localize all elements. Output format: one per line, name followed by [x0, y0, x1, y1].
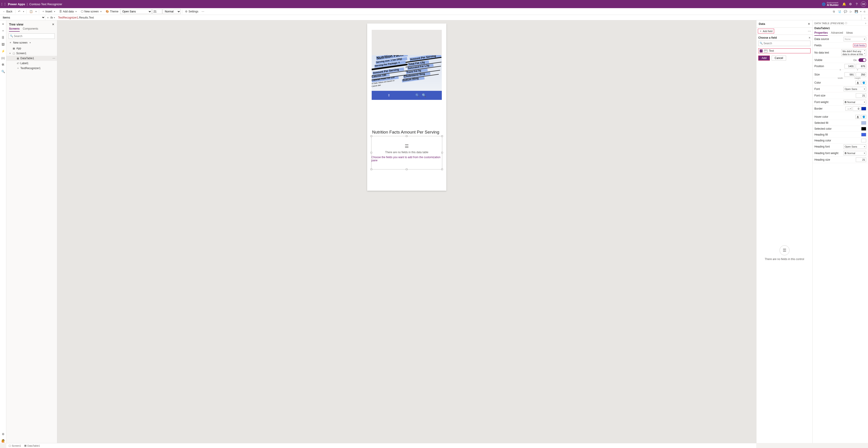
checkbox-checked-icon[interactable]: ✓	[760, 49, 763, 53]
fx-chevron[interactable]: ▾	[54, 16, 57, 19]
tree-tab-components[interactable]: Components	[23, 27, 38, 32]
data-panel-more[interactable]: ⋯	[808, 29, 811, 33]
share-button[interactable]: ⧉	[832, 9, 836, 14]
rail-variables-icon[interactable]: (x)	[1, 56, 5, 60]
add-data-button[interactable]: 🗄Add data▾	[58, 9, 79, 14]
size-w-input[interactable]	[844, 72, 855, 77]
position-x-input[interactable]	[844, 64, 855, 68]
canvas-area[interactable]: Nutrition Facts Amount Per Serving Servi…	[57, 20, 756, 443]
no-data-text-input[interactable]: We didn't find any data to show at this▴…	[841, 49, 866, 56]
new-screen-button[interactable]: ＋New screen▾	[6, 40, 57, 45]
tree-node-textrecognizer1[interactable]: ✧TextRecognizer1	[6, 66, 57, 71]
font-select[interactable]: Open Sans	[843, 87, 866, 91]
props-tab-ideas[interactable]: Ideas	[846, 31, 853, 36]
edit-fields-button[interactable]: Edit fields	[853, 44, 866, 47]
props-tab-advanced[interactable]: Advanced	[831, 31, 843, 36]
settings-icon[interactable]: ⚙	[847, 1, 854, 7]
text-recognizer-image-region[interactable]: Nutrition Facts Amount Per Serving Servi…	[372, 30, 442, 100]
help-icon[interactable]: ?	[854, 1, 860, 7]
tree-node-label1[interactable]: 🏷Label1	[6, 61, 57, 66]
heading-fill-swatch[interactable]	[861, 133, 866, 136]
app-checker-button[interactable]: 🩺	[836, 9, 842, 14]
data-panel-close[interactable]: ✕	[808, 22, 810, 26]
rail-tree-icon[interactable]: ≡	[1, 22, 5, 26]
settings-button[interactable]: ⚙Settings	[184, 9, 199, 14]
environment-picker[interactable]: 🌐 Environment AI Builder	[822, 2, 839, 6]
paste-button[interactable]: 📋	[28, 9, 34, 14]
heading-color-swatch[interactable]	[861, 139, 866, 142]
account-avatar[interactable]: DB	[861, 1, 866, 7]
field-option-text[interactable]: ✓ Text	[758, 48, 810, 53]
datatable-control[interactable]: ☰ There are no fields in this data table…	[371, 136, 442, 169]
font-size-input[interactable]	[152, 9, 162, 14]
size-h-input[interactable]	[856, 72, 866, 77]
spinner-up[interactable]: ▴	[863, 49, 866, 53]
hover-color-fill-button[interactable]: 🪣	[861, 115, 866, 119]
formula-expand-button[interactable]: ⌄	[861, 15, 868, 20]
preview-button[interactable]: ▷	[848, 9, 853, 14]
status-datatable[interactable]: ▦DataTable1	[24, 444, 40, 447]
tree-close-button[interactable]: ✕	[52, 23, 54, 26]
tree-node-screen1[interactable]: ▾▢Screen1	[6, 51, 57, 56]
rail-settings-icon[interactable]: ⚙	[1, 432, 5, 436]
undo-chevron[interactable]: ▾	[22, 10, 25, 13]
rail-insert-icon[interactable]: ＋	[1, 29, 5, 33]
info-icon[interactable]: ⓘ	[845, 22, 847, 25]
field-search-input[interactable]	[758, 41, 810, 46]
visible-toggle[interactable]	[859, 58, 866, 62]
add-button[interactable]: Add	[758, 56, 770, 61]
rail-media-icon[interactable]: 🖼	[1, 42, 5, 46]
border-width-input[interactable]	[852, 106, 860, 111]
heading-size-input[interactable]	[856, 158, 866, 162]
undo-button[interactable]: ↶	[17, 9, 22, 14]
waffle-icon[interactable]: ⋮⋮⋮	[2, 2, 8, 6]
rail-data-icon[interactable]: 🗄	[1, 35, 5, 40]
selected-fill-swatch[interactable]	[861, 121, 866, 125]
formula-input[interactable]: TextRecognizer1.Results.Text	[57, 16, 861, 19]
choose-close[interactable]: ✕	[808, 36, 810, 39]
cancel-button[interactable]: Cancel	[772, 56, 786, 61]
new-screen-button[interactable]: 🖵New screen▾	[80, 9, 104, 14]
font-size-input[interactable]	[856, 93, 866, 98]
paste-chevron[interactable]: ▾	[35, 10, 37, 13]
rail-ask-icon[interactable]: 🙋	[1, 439, 5, 443]
rail-flows-icon[interactable]: ⚡	[1, 49, 5, 53]
data-source-select[interactable]: None	[843, 37, 866, 41]
props-tab-properties[interactable]: Properties	[814, 31, 828, 36]
hover-color-font-button[interactable]: A	[855, 115, 860, 119]
more-icon[interactable]: ⋯	[53, 57, 55, 60]
add-field-button[interactable]: ＋Add field	[758, 29, 774, 33]
border-color-swatch[interactable]	[861, 107, 866, 110]
more-button[interactable]: ⋯	[200, 9, 206, 14]
save-button[interactable]: 💾	[853, 9, 859, 14]
zoom-in-icon[interactable]: 🔍	[422, 93, 426, 97]
comments-button[interactable]: 💬	[842, 9, 848, 14]
tree-node-app[interactable]: ▦App	[6, 46, 57, 51]
notifications-icon[interactable]: 🔔	[841, 1, 847, 7]
status-screen[interactable]: ▢Screen1	[9, 444, 21, 447]
tree-search-input[interactable]	[9, 33, 55, 39]
save-chevron[interactable]: ▾	[859, 10, 862, 13]
rail-search-icon[interactable]: 🔍	[1, 69, 5, 74]
props-expand-icon[interactable]: ›	[865, 22, 866, 25]
zoom-out-icon[interactable]: 🔍	[415, 93, 420, 97]
heading-font-weight-select[interactable]: B Normal	[843, 151, 866, 156]
insert-button[interactable]: ＋Insert▾	[40, 9, 58, 14]
expand-icon[interactable]: ▾	[9, 52, 11, 55]
selected-color-swatch[interactable]	[861, 127, 866, 131]
border-style-select[interactable]	[845, 107, 852, 111]
property-select[interactable]: Items	[0, 15, 45, 20]
color-fill-button[interactable]: 🪣	[861, 81, 866, 85]
heading-font-select[interactable]: Open Sans	[843, 144, 866, 149]
color-font-button[interactable]: A	[855, 81, 860, 85]
position-y-input[interactable]	[856, 64, 866, 68]
font-weight-select[interactable]: B Normal	[843, 100, 866, 104]
phone-canvas[interactable]: Nutrition Facts Amount Per Serving Servi…	[367, 24, 446, 191]
theme-button[interactable]: 🎨Theme	[104, 9, 120, 14]
font-name-select[interactable]: Open Sans	[120, 9, 152, 14]
tree-node-datatable1[interactable]: ▦DataTable1⋯	[6, 56, 57, 61]
back-button[interactable]: ←Back	[1, 9, 14, 14]
publish-button[interactable]: ⎋	[862, 9, 867, 14]
rail-advanced-icon[interactable]: 🛠	[1, 62, 5, 67]
font-weight-select[interactable]: Normal	[163, 9, 181, 14]
